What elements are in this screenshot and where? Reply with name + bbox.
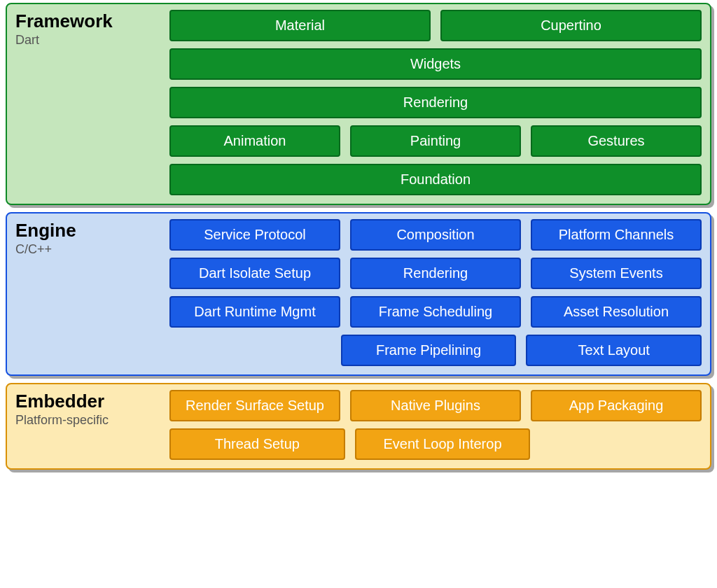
framework-title: Framework [15, 11, 169, 31]
block-render-surface-setup: Render Surface Setup [169, 390, 340, 421]
engine-title: Engine [15, 220, 169, 241]
block-asset-resolution: Asset Resolution [531, 296, 702, 328]
block-foundation: Foundation [169, 164, 702, 195]
block-frame-pipelining: Frame Pipelining [341, 335, 517, 366]
embedder-content: Render Surface Setup Native Plugins App … [169, 390, 702, 460]
block-dart-runtime-mgmt: Dart Runtime Mgmt [169, 296, 340, 328]
block-native-plugins: Native Plugins [350, 390, 521, 421]
engine-layer: Engine C/C++ Service Protocol Compositio… [6, 212, 711, 376]
block-thread-setup: Thread Setup [169, 428, 345, 460]
engine-subtitle: C/C++ [15, 242, 169, 257]
block-widgets: Widgets [169, 48, 702, 80]
framework-content: Material Cupertino Widgets Rendering Ani… [169, 10, 702, 195]
embedder-empty-cell [540, 428, 702, 460]
block-rendering-fw: Rendering [169, 87, 702, 118]
framework-layer: Framework Dart Material Cupertino Widget… [6, 3, 711, 205]
block-composition: Composition [350, 219, 521, 251]
block-service-protocol: Service Protocol [169, 219, 340, 251]
block-system-events: System Events [531, 258, 702, 289]
block-cupertino: Cupertino [440, 10, 702, 41]
block-event-loop-interop: Event Loop Interop [355, 428, 531, 460]
block-painting: Painting [350, 125, 521, 157]
framework-subtitle: Dart [15, 33, 169, 48]
framework-label: Framework Dart [15, 10, 169, 195]
block-animation: Animation [169, 125, 340, 157]
embedder-layer: Embedder Platform-specific Render Surfac… [6, 383, 711, 470]
block-dart-isolate-setup: Dart Isolate Setup [169, 258, 340, 289]
block-frame-scheduling: Frame Scheduling [350, 296, 521, 328]
block-rendering-eng: Rendering [350, 258, 521, 289]
embedder-label: Embedder Platform-specific [15, 390, 169, 460]
engine-label: Engine C/C++ [15, 219, 169, 366]
block-material: Material [169, 10, 431, 41]
block-text-layout: Text Layout [526, 335, 702, 366]
block-platform-channels: Platform Channels [531, 219, 702, 251]
engine-empty-cell [169, 335, 331, 366]
block-app-packaging: App Packaging [531, 390, 702, 421]
block-gestures: Gestures [531, 125, 702, 157]
embedder-title: Embedder [15, 391, 169, 412]
embedder-subtitle: Platform-specific [15, 413, 169, 428]
engine-content: Service Protocol Composition Platform Ch… [169, 219, 702, 366]
